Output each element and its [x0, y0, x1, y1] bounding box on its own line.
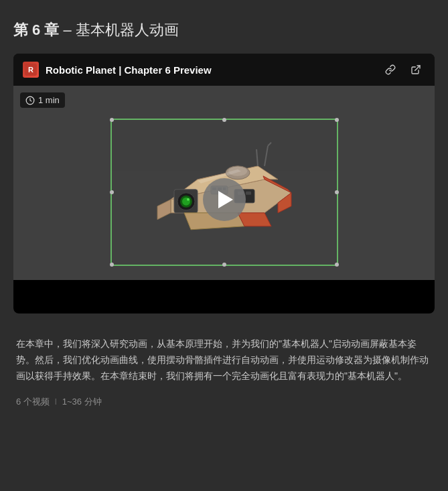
play-button[interactable]	[203, 178, 246, 221]
video-title: Robotic Planet | Chapter 6 Preview	[46, 64, 374, 76]
duration-range: 1~36 分钟	[62, 397, 102, 407]
svg-point-18	[187, 198, 190, 201]
link-icon[interactable]	[381, 60, 400, 79]
svg-line-12	[268, 143, 271, 146]
video-header-actions	[381, 60, 425, 79]
video-header: R Robotic Planet | Chapter 6 Preview	[13, 54, 435, 86]
description-text: 在本章中，我们将深入研究动画，从基本原理开始，并为我们的"基本机器人"启动动画屏…	[16, 336, 432, 384]
chapter-number: 第 6 章	[13, 21, 59, 38]
svg-line-2	[415, 66, 420, 70]
play-icon	[218, 191, 233, 208]
chapter-name: 基本机器人动画	[76, 21, 179, 38]
svg-line-13	[256, 149, 258, 166]
duration-text: 1 min	[38, 95, 60, 105]
video-black-bar	[13, 280, 435, 313]
clock-icon	[25, 96, 35, 105]
svg-rect-21	[246, 192, 251, 195]
separator: I	[54, 397, 57, 407]
svg-line-11	[265, 146, 268, 166]
page-title: 第 6 章 – 基本机器人动画	[13, 20, 435, 40]
meta-info: 6 个视频 I 1~36 分钟	[16, 396, 432, 408]
video-logo-icon: R	[23, 62, 39, 78]
robot-visual	[13, 86, 435, 313]
video-thumbnail[interactable]: 1 min	[13, 86, 435, 313]
duration-badge: 1 min	[20, 92, 65, 108]
svg-text:R: R	[28, 66, 33, 74]
videos-count: 6 个视频	[16, 397, 50, 407]
description-area: 在本章中，我们将深入研究动画，从基本原理开始，并为我们的"基本机器人"启动动画屏…	[13, 330, 435, 408]
svg-marker-6	[157, 200, 171, 220]
external-link-icon[interactable]	[406, 60, 425, 79]
video-card: R Robotic Planet | Chapter 6 Preview	[13, 54, 435, 313]
